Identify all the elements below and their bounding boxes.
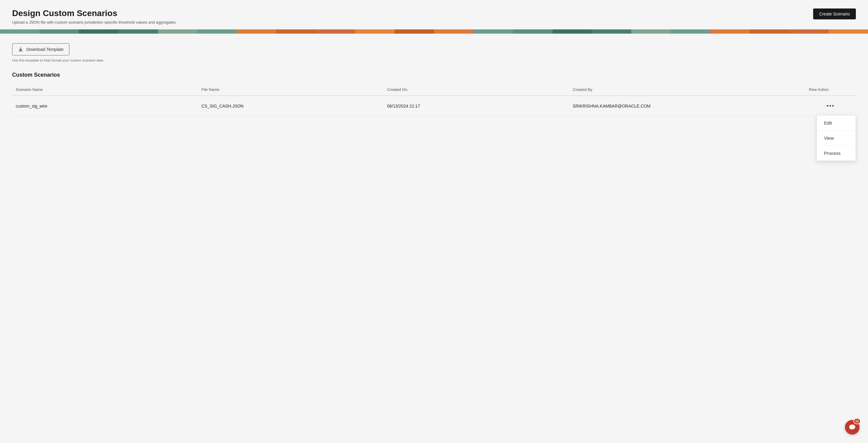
section-title: Custom Scenarios <box>12 72 856 78</box>
table-header-row: Scenario Name File Name Created On Creat… <box>12 84 856 96</box>
cell-row-action: ••• <box>805 96 856 116</box>
table-row: custom_sig_wire CS_SIG_CASH.JSON 06/13/2… <box>12 96 856 116</box>
row-action-dropdown: EditViewProcess <box>816 115 856 161</box>
svg-rect-0 <box>19 51 23 52</box>
cell-created-by: SRIKRISHNA.KAMBAR@ORACLE.COM <box>569 96 805 116</box>
download-button-label: Download Template <box>26 47 64 52</box>
download-template-button[interactable]: Download Template <box>12 43 69 56</box>
dropdown-menu-item-edit[interactable]: Edit <box>817 116 856 130</box>
create-scenario-button[interactable]: Create Scenario <box>813 8 856 20</box>
download-icon <box>18 47 23 52</box>
page-header: Design Custom Scenarios Upload a JSON fi… <box>0 0 868 29</box>
col-header-created-by: Created By <box>569 84 805 96</box>
chat-icon <box>848 423 856 431</box>
table-header: Scenario Name File Name Created On Creat… <box>12 84 856 96</box>
row-action-button[interactable]: ••• <box>824 101 837 110</box>
cell-file-name: CS_SIG_CASH.JSON <box>197 96 383 116</box>
page-subtitle: Upload a JSON file with custom scenario … <box>12 20 176 25</box>
main-content: Download Template Use this template to h… <box>0 34 868 126</box>
col-header-created-on: Created On <box>383 84 569 96</box>
col-header-file-name: File Name <box>197 84 383 96</box>
cell-created-on: 06/13/2024 21:17 <box>383 96 569 116</box>
header-left: Design Custom Scenarios Upload a JSON fi… <box>12 8 176 25</box>
cell-scenario-name: custom_sig_wire <box>12 96 197 116</box>
notification-badge[interactable]: 15 <box>845 420 860 435</box>
col-header-scenario-name: Scenario Name <box>12 84 197 96</box>
table-body: custom_sig_wire CS_SIG_CASH.JSON 06/13/2… <box>12 96 856 116</box>
template-hint: Use this template to help format your cu… <box>12 59 856 62</box>
notification-count: 15 <box>854 418 861 424</box>
dropdown-menu-item-view[interactable]: View <box>817 130 856 146</box>
dropdown-menu-item-process[interactable]: Process <box>817 146 856 161</box>
page-title: Design Custom Scenarios <box>12 8 176 18</box>
banner-strip <box>0 29 868 34</box>
scenarios-table: Scenario Name File Name Created On Creat… <box>12 84 856 116</box>
col-header-row-action: Row Action <box>805 84 856 96</box>
